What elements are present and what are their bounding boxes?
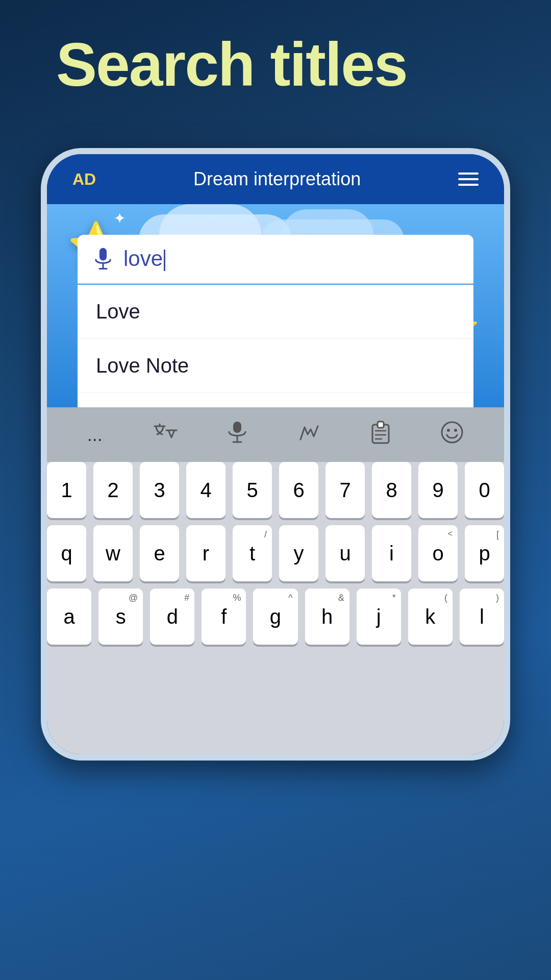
- key-w[interactable]: w: [93, 525, 133, 581]
- key-1[interactable]: 1: [47, 462, 86, 518]
- key-i[interactable]: i: [372, 525, 411, 581]
- emoji-button[interactable]: [432, 416, 472, 453]
- key-f[interactable]: f%: [202, 589, 246, 645]
- phone-screen: AD Dream interpretation ⭐ ✦: [47, 154, 504, 754]
- key-q[interactable]: q: [47, 525, 86, 581]
- page-title: Search titles: [56, 31, 407, 98]
- key-6[interactable]: 6: [279, 462, 318, 518]
- handwrite-button[interactable]: [289, 418, 329, 451]
- svg-rect-3: [233, 422, 241, 433]
- key-u[interactable]: u: [325, 525, 365, 581]
- svg-point-11: [442, 422, 462, 443]
- key-p[interactable]: p[: [465, 525, 504, 581]
- key-t[interactable]: t/: [233, 525, 272, 581]
- search-input[interactable]: love: [123, 247, 458, 271]
- more-button[interactable]: ...: [79, 420, 111, 450]
- keyboard: ...: [47, 407, 504, 754]
- key-2[interactable]: 2: [93, 462, 133, 518]
- menu-line: [458, 178, 479, 180]
- key-h[interactable]: h&: [305, 589, 349, 645]
- key-k[interactable]: k(: [408, 589, 453, 645]
- key-a[interactable]: a: [47, 589, 91, 645]
- keyboard-toolbar: ...: [47, 407, 504, 462]
- text-cursor: [164, 250, 165, 271]
- dropdown-item-love-note[interactable]: Love Note: [78, 339, 473, 393]
- menu-line: [458, 184, 479, 186]
- sparkle-1: ✦: [113, 209, 126, 227]
- svg-point-13: [454, 429, 457, 432]
- key-g[interactable]: g^: [253, 589, 297, 645]
- dropdown-item-love-spell[interactable]: Love Spell: [78, 393, 473, 407]
- svg-rect-7: [378, 422, 384, 428]
- key-5[interactable]: 5: [233, 462, 272, 518]
- app-area: AD Dream interpretation ⭐ ✦: [47, 154, 504, 407]
- key-4[interactable]: 4: [186, 462, 226, 518]
- sky-content: ⭐ ✦ ✦ A C ⭐: [47, 204, 504, 407]
- microphone-button[interactable]: [93, 246, 113, 272]
- asdf-row: a s@ d# f% g^ h& j* k( l): [47, 589, 504, 645]
- key-7[interactable]: 7: [325, 462, 365, 518]
- key-3[interactable]: 3: [140, 462, 179, 518]
- key-8[interactable]: 8: [372, 462, 411, 518]
- search-text: love: [123, 247, 163, 271]
- menu-line: [458, 173, 479, 175]
- key-y[interactable]: y: [279, 525, 318, 581]
- dropdown-item-love[interactable]: Love: [78, 285, 473, 339]
- key-0[interactable]: 0: [465, 462, 504, 518]
- search-dropdown: Love Love Note Love Spell Love Triangle …: [78, 285, 473, 407]
- ad-label: AD: [72, 170, 96, 189]
- svg-point-12: [447, 429, 450, 432]
- key-e[interactable]: e: [140, 525, 179, 581]
- key-l[interactable]: l): [460, 589, 504, 645]
- key-s[interactable]: s@: [98, 589, 143, 645]
- search-box[interactable]: love: [78, 235, 473, 284]
- key-j[interactable]: j*: [357, 589, 401, 645]
- translate-button[interactable]: [144, 418, 186, 451]
- clipboard-button[interactable]: [362, 416, 399, 453]
- number-row: 1 2 3 4 5 6 7 8 9 0: [47, 462, 504, 518]
- key-o[interactable]: o<: [418, 525, 458, 581]
- qwerty-row: q w e r t/ y u i o< p[: [47, 525, 504, 581]
- key-r[interactable]: r: [186, 525, 226, 581]
- app-title: Dream interpretation: [193, 168, 361, 190]
- key-d[interactable]: d#: [150, 589, 194, 645]
- key-9[interactable]: 9: [418, 462, 458, 518]
- phone-mockup: AD Dream interpretation ⭐ ✦: [41, 148, 510, 761]
- keyboard-mic-button[interactable]: [219, 416, 256, 453]
- svg-rect-0: [99, 248, 107, 261]
- menu-button[interactable]: [458, 173, 479, 186]
- app-header: AD Dream interpretation: [47, 154, 504, 204]
